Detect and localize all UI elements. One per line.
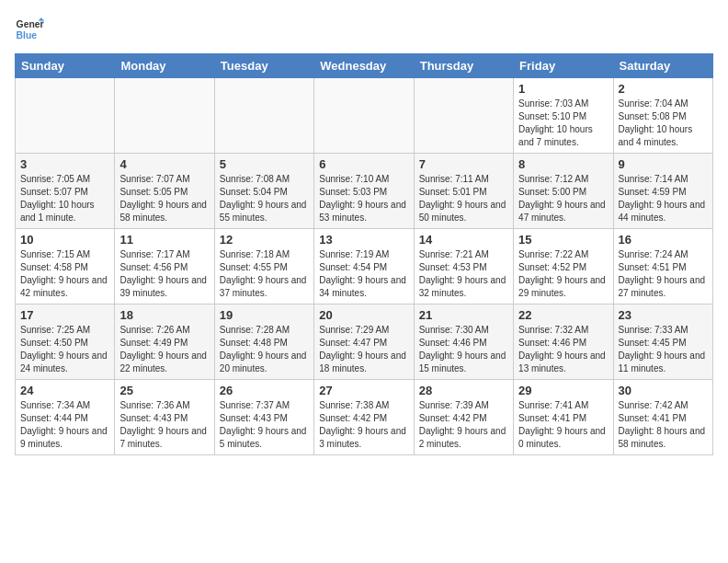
calendar-cell: 30Sunrise: 7:42 AM Sunset: 4:41 PM Dayli…	[613, 380, 712, 455]
calendar-cell: 17Sunrise: 7:25 AM Sunset: 4:50 PM Dayli…	[16, 304, 115, 380]
day-number: 19	[220, 308, 309, 322]
day-info: Sunrise: 7:32 AM Sunset: 4:46 PM Dayligh…	[518, 324, 608, 375]
calendar-cell: 29Sunrise: 7:41 AM Sunset: 4:41 PM Dayli…	[514, 380, 613, 455]
calendar-cell: 14Sunrise: 7:21 AM Sunset: 4:53 PM Dayli…	[414, 229, 513, 304]
calendar-cell	[115, 78, 214, 154]
calendar-cell	[414, 78, 513, 154]
day-number: 29	[518, 384, 608, 397]
day-info: Sunrise: 7:29 AM Sunset: 4:47 PM Dayligh…	[319, 324, 408, 375]
day-info: Sunrise: 7:18 AM Sunset: 4:55 PM Dayligh…	[220, 248, 309, 300]
day-number: 20	[319, 308, 408, 322]
calendar-cell: 22Sunrise: 7:32 AM Sunset: 4:46 PM Dayli…	[514, 304, 613, 380]
day-header-monday: Monday	[115, 54, 214, 78]
day-number: 23	[619, 308, 708, 322]
day-number: 27	[319, 384, 408, 397]
svg-text:Blue: Blue	[17, 30, 38, 40]
day-header-friday: Friday	[514, 54, 613, 78]
day-info: Sunrise: 7:03 AM Sunset: 5:10 PM Dayligh…	[518, 98, 608, 149]
calendar-week-row: 10Sunrise: 7:15 AM Sunset: 4:58 PM Dayli…	[16, 229, 713, 304]
day-number: 28	[419, 384, 508, 397]
day-number: 8	[518, 157, 608, 171]
day-info: Sunrise: 7:24 AM Sunset: 4:51 PM Dayligh…	[619, 248, 708, 300]
day-info: Sunrise: 7:14 AM Sunset: 4:59 PM Dayligh…	[619, 173, 708, 224]
calendar-cell	[16, 78, 115, 154]
calendar-header-row: SundayMondayTuesdayWednesdayThursdayFrid…	[16, 54, 713, 78]
calendar-cell: 16Sunrise: 7:24 AM Sunset: 4:51 PM Dayli…	[613, 229, 712, 304]
calendar-cell: 27Sunrise: 7:38 AM Sunset: 4:42 PM Dayli…	[314, 380, 414, 455]
day-info: Sunrise: 7:42 AM Sunset: 4:41 PM Dayligh…	[619, 399, 708, 451]
day-number: 3	[20, 157, 109, 171]
page-header: General Blue	[15, 15, 713, 44]
calendar-cell: 8Sunrise: 7:12 AM Sunset: 5:00 PM Daylig…	[514, 154, 613, 229]
calendar-cell: 1Sunrise: 7:03 AM Sunset: 5:10 PM Daylig…	[514, 78, 613, 154]
day-info: Sunrise: 7:36 AM Sunset: 4:43 PM Dayligh…	[119, 399, 209, 451]
calendar-cell: 9Sunrise: 7:14 AM Sunset: 4:59 PM Daylig…	[613, 154, 712, 229]
day-number: 4	[119, 157, 209, 171]
day-number: 30	[619, 384, 708, 397]
day-info: Sunrise: 7:34 AM Sunset: 4:44 PM Dayligh…	[20, 399, 109, 451]
day-info: Sunrise: 7:12 AM Sunset: 5:00 PM Dayligh…	[518, 173, 608, 224]
day-number: 9	[619, 157, 708, 171]
calendar-week-row: 3Sunrise: 7:05 AM Sunset: 5:07 PM Daylig…	[16, 154, 713, 229]
calendar-cell: 26Sunrise: 7:37 AM Sunset: 4:43 PM Dayli…	[214, 380, 313, 455]
calendar-cell: 18Sunrise: 7:26 AM Sunset: 4:49 PM Dayli…	[115, 304, 214, 380]
day-number: 15	[518, 233, 608, 247]
calendar-cell: 21Sunrise: 7:30 AM Sunset: 4:46 PM Dayli…	[414, 304, 513, 380]
day-info: Sunrise: 7:07 AM Sunset: 5:05 PM Dayligh…	[119, 173, 209, 224]
day-info: Sunrise: 7:26 AM Sunset: 4:49 PM Dayligh…	[119, 324, 209, 375]
day-number: 17	[20, 308, 109, 322]
day-info: Sunrise: 7:05 AM Sunset: 5:07 PM Dayligh…	[20, 173, 109, 224]
day-info: Sunrise: 7:38 AM Sunset: 4:42 PM Dayligh…	[319, 399, 408, 451]
day-number: 22	[518, 308, 608, 322]
day-number: 13	[319, 233, 408, 247]
day-info: Sunrise: 7:17 AM Sunset: 4:56 PM Dayligh…	[119, 248, 209, 300]
day-info: Sunrise: 7:15 AM Sunset: 4:58 PM Dayligh…	[20, 248, 109, 300]
day-header-wednesday: Wednesday	[314, 54, 414, 78]
calendar-cell: 24Sunrise: 7:34 AM Sunset: 4:44 PM Dayli…	[16, 380, 115, 455]
day-number: 24	[20, 384, 109, 397]
calendar-cell	[214, 78, 313, 154]
calendar-cell: 7Sunrise: 7:11 AM Sunset: 5:01 PM Daylig…	[414, 154, 513, 229]
day-number: 18	[119, 308, 209, 322]
calendar-cell: 19Sunrise: 7:28 AM Sunset: 4:48 PM Dayli…	[214, 304, 313, 380]
calendar-week-row: 24Sunrise: 7:34 AM Sunset: 4:44 PM Dayli…	[16, 380, 713, 455]
day-info: Sunrise: 7:25 AM Sunset: 4:50 PM Dayligh…	[20, 324, 109, 375]
day-info: Sunrise: 7:30 AM Sunset: 4:46 PM Dayligh…	[419, 324, 508, 375]
day-info: Sunrise: 7:39 AM Sunset: 4:42 PM Dayligh…	[419, 399, 508, 451]
day-number: 26	[220, 384, 309, 397]
calendar-cell: 3Sunrise: 7:05 AM Sunset: 5:07 PM Daylig…	[16, 154, 115, 229]
svg-text:General: General	[17, 19, 44, 29]
calendar-cell: 2Sunrise: 7:04 AM Sunset: 5:08 PM Daylig…	[613, 78, 712, 154]
calendar-cell: 13Sunrise: 7:19 AM Sunset: 4:54 PM Dayli…	[314, 229, 414, 304]
day-info: Sunrise: 7:10 AM Sunset: 5:03 PM Dayligh…	[319, 173, 408, 224]
day-info: Sunrise: 7:19 AM Sunset: 4:54 PM Dayligh…	[319, 248, 408, 300]
day-info: Sunrise: 7:11 AM Sunset: 5:01 PM Dayligh…	[419, 173, 508, 224]
day-number: 6	[319, 157, 408, 171]
day-info: Sunrise: 7:04 AM Sunset: 5:08 PM Dayligh…	[619, 98, 708, 149]
calendar-cell: 6Sunrise: 7:10 AM Sunset: 5:03 PM Daylig…	[314, 154, 414, 229]
calendar-cell: 20Sunrise: 7:29 AM Sunset: 4:47 PM Dayli…	[314, 304, 414, 380]
day-info: Sunrise: 7:41 AM Sunset: 4:41 PM Dayligh…	[518, 399, 608, 451]
logo: General Blue	[15, 15, 51, 44]
calendar-table: SundayMondayTuesdayWednesdayThursdayFrid…	[15, 53, 713, 455]
day-number: 7	[419, 157, 508, 171]
day-number: 1	[518, 82, 608, 96]
day-number: 16	[619, 233, 708, 247]
calendar-cell: 10Sunrise: 7:15 AM Sunset: 4:58 PM Dayli…	[16, 229, 115, 304]
day-header-saturday: Saturday	[613, 54, 712, 78]
calendar-week-row: 17Sunrise: 7:25 AM Sunset: 4:50 PM Dayli…	[16, 304, 713, 380]
day-header-tuesday: Tuesday	[214, 54, 313, 78]
day-number: 14	[419, 233, 508, 247]
day-info: Sunrise: 7:08 AM Sunset: 5:04 PM Dayligh…	[220, 173, 309, 224]
day-number: 25	[119, 384, 209, 397]
day-header-sunday: Sunday	[16, 54, 115, 78]
calendar-cell: 25Sunrise: 7:36 AM Sunset: 4:43 PM Dayli…	[115, 380, 214, 455]
calendar-cell: 11Sunrise: 7:17 AM Sunset: 4:56 PM Dayli…	[115, 229, 214, 304]
day-number: 12	[220, 233, 309, 247]
day-number: 5	[220, 157, 309, 171]
calendar-cell: 5Sunrise: 7:08 AM Sunset: 5:04 PM Daylig…	[214, 154, 313, 229]
day-header-thursday: Thursday	[414, 54, 513, 78]
day-number: 10	[20, 233, 109, 247]
day-info: Sunrise: 7:37 AM Sunset: 4:43 PM Dayligh…	[220, 399, 309, 451]
calendar-cell: 4Sunrise: 7:07 AM Sunset: 5:05 PM Daylig…	[115, 154, 214, 229]
